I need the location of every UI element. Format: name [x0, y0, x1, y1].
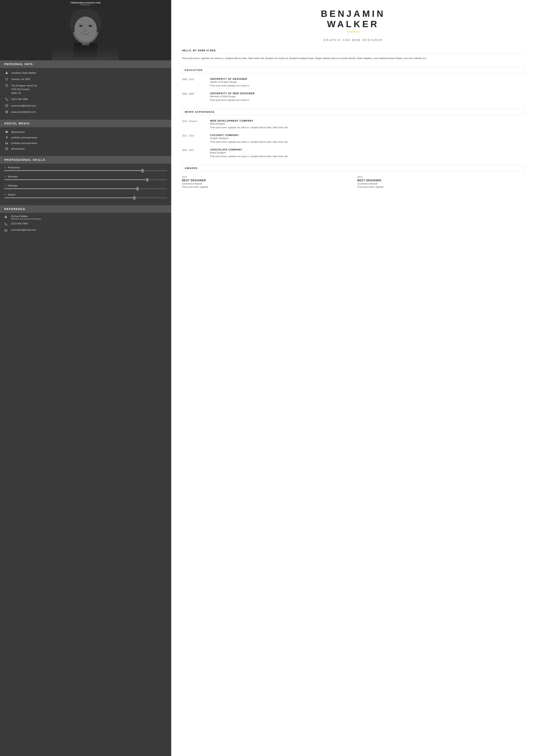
awards-heading: AWARDS [182, 165, 524, 171]
instagram-icon [4, 147, 9, 150]
work-desc-2: Proin justo lorem, egestas nec netus in,… [210, 140, 524, 144]
work-entry-2: 2011 - 2014 COCONUT COMPANY Graphic Desi… [182, 134, 524, 144]
resume-job-title: GRAPHIC AND WEB DESIGNER [182, 39, 524, 41]
svg-point-17 [5, 142, 6, 142]
work-section: WORK EXPERIENCE 2014 - Present WEB DEVEL… [182, 109, 524, 158]
social-media-heading: SOCIAL MEDIA [0, 120, 171, 127]
skill-bar-photoshop [4, 170, 167, 171]
award-desc-1: Proin justo lorem, egestas [182, 186, 349, 188]
personal-info-section: Jonathan Dave Walker January 1st 1993 Th… [0, 68, 171, 120]
awards-grid: 2011 BEST DESIGNER Ecommerce Awards Proi… [182, 176, 524, 188]
website-url: www.yourwebsite.com [11, 110, 36, 114]
skill-plus-icon: + [4, 166, 6, 169]
skill-fill-indesign [4, 188, 138, 189]
ref-phone: 0123 456 7890 [11, 222, 28, 225]
ref-person-icon [4, 215, 9, 219]
instagram-item: @username [4, 147, 167, 150]
work-details-3: CHOCOLATE COMPANY Brand Drsigner Proin j… [210, 148, 524, 158]
address-icon [4, 84, 9, 87]
skill-indesign: + InDesign [4, 184, 167, 189]
svg-point-12 [6, 72, 7, 73]
resume-header: BENJAMIN WALKER GRAPHIC AND WEB DESIGNER [182, 9, 524, 41]
person-icon [4, 71, 9, 74]
award-year-1: 2011 [182, 176, 349, 178]
twitter-icon [4, 130, 9, 133]
skill-marker-sketch [133, 196, 135, 200]
education-entry-2: 2008 - 2009 UNIVERSITY OF WEB DESIGNER B… [182, 92, 524, 102]
edu-details-2: UNIVERSITY OF WEB DESIGNER Bachelor of W… [210, 92, 524, 102]
email-item: yourname@email.com [4, 104, 167, 108]
ref-title: Director at Coconut Company [11, 218, 41, 220]
svg-rect-15 [5, 105, 8, 106]
ref-phone-item: 0123 456 7890 [4, 222, 167, 226]
reference-heading: REFERENCE [0, 205, 171, 213]
svg-point-20 [7, 148, 8, 148]
edu-degree-1: Master of Graphic Design [210, 81, 524, 83]
website-item: www.yourwebsite.com [4, 110, 167, 114]
svg-rect-18 [5, 148, 8, 150]
work-entry-3: 2010 - 2011 CHOCOLATE COMPANY Brand Drsi… [182, 148, 524, 158]
skill-plus-icon-2: + [4, 175, 6, 178]
work-details-1: WEB DEVELOPMENT COMPANY Web-Designer Pro… [210, 120, 524, 129]
award-org-2: Ecommerce Awards [357, 182, 524, 185]
resume-last-name: WALKER [182, 19, 524, 29]
work-entry-1: 2014 - Present WEB DEVELOPMENT COMPANY W… [182, 120, 524, 129]
facebook-item: portfolio.com/username [4, 136, 167, 139]
facebook-icon [4, 136, 9, 139]
ref-name: Richard Walker [11, 215, 41, 218]
skill-bar-illustrator [4, 179, 167, 180]
work-years-2: 2011 - 2014 [182, 134, 210, 144]
svg-point-19 [6, 148, 7, 149]
personal-info-heading: PERSONAL INFO [0, 60, 171, 68]
edu-desc-1: Proin justo lorem egestas nec metus in. [210, 84, 524, 88]
awards-section: AWARDS 2011 BEST DESIGNER Ecommerce Awar… [182, 165, 524, 188]
phone-item: 0123 456 7890 [4, 97, 167, 101]
social-media-section: @username portfolio.com/username portfol… [0, 127, 171, 156]
award-title-1: BEST DESIGNER [182, 179, 349, 182]
email-icon [4, 104, 9, 107]
intro-heading: HELLO. MY NAME IS BEN. [182, 49, 524, 54]
svg-point-21 [5, 216, 7, 217]
linkedin-item: portfolio.com/username [4, 142, 167, 145]
ref-email-icon [4, 229, 9, 232]
reference-section: Richard Walker Director at Coconut Compa… [0, 213, 171, 239]
education-heading: EDUCATION [182, 67, 524, 73]
skill-bar-indesign [4, 188, 167, 189]
email-address: yourname@email.com [11, 104, 36, 108]
work-company-2: COCONUT COMPANY [210, 134, 524, 136]
globe-icon [4, 110, 9, 113]
work-company-1: WEB DEVELOPMENT COMPANY [210, 120, 524, 122]
edu-institution-2: UNIVERSITY OF WEB DESIGNER [210, 92, 524, 94]
ref-phone-icon [4, 223, 9, 226]
skill-fill-photoshop [4, 170, 143, 171]
svg-rect-22 [5, 230, 7, 231]
sidebar: FREEDOWNLOADPSD.COM PRESENT PERSONAL INF… [0, 0, 171, 756]
work-details-2: COCONUT COMPANY Graphic Designer Proin j… [210, 134, 524, 144]
name-item: Jonathan Dave Walker [4, 71, 167, 75]
work-role-1: Web-Designer [210, 122, 524, 125]
ref-name-item: Richard Walker Director at Coconut Compa… [4, 215, 167, 220]
skill-name-photoshop: Photoshop [8, 166, 20, 169]
skill-illustrator: + Illustrator [4, 175, 167, 180]
dob-item: January 1st 1993 [4, 77, 167, 81]
award-org-1: Ecommerce Awards [182, 182, 349, 185]
skill-bar-sketch [4, 198, 167, 198]
award-2: 2014 BEST DESIGNER Ecommerce Awards Proi… [357, 176, 524, 188]
calendar-icon [4, 78, 9, 81]
phone-icon [4, 98, 9, 101]
instagram-handle: @username [11, 148, 25, 150]
award-desc-2: Proin justo lorem, egestas [357, 186, 524, 188]
skills-section: + Photoshop + Illustrator + InDesign [0, 164, 171, 205]
edu-degree-2: Bachelor of Web Design [210, 95, 524, 98]
svg-rect-11 [52, 0, 119, 60]
profile-photo: FREEDOWNLOADPSD.COM PRESENT [0, 0, 171, 60]
twitter-item: @username [4, 130, 167, 133]
work-role-2: Graphic Designer [210, 137, 524, 140]
skill-fill-sketch [4, 198, 134, 198]
work-desc-1: Proin justo lorem, egestas nec netus in,… [210, 126, 524, 129]
work-company-3: CHOCOLATE COMPANY [210, 148, 524, 151]
award-title-2: BEST DESIGNER [357, 179, 524, 182]
edu-institution-1: UNIVERSITY OF DESIGNER [210, 78, 524, 80]
work-role-3: Brand Drsigner [210, 151, 524, 154]
award-1: 2011 BEST DESIGNER Ecommerce Awards Proi… [182, 176, 349, 188]
